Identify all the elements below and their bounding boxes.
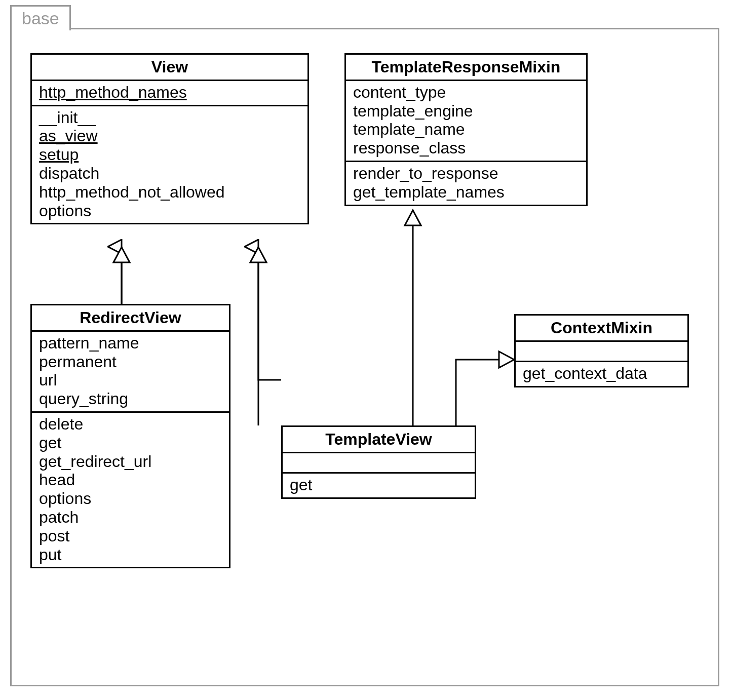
class-member: put [39, 546, 222, 564]
class-member: __init__ [39, 108, 300, 127]
class-member: response_class [353, 139, 579, 158]
class-member: permanent [39, 353, 222, 371]
class-member: get_template_names [353, 183, 579, 202]
class-member: get_context_data [523, 364, 680, 383]
class-member: dispatch [39, 164, 300, 183]
class-redirect-view: RedirectView pattern_namepermanenturlque… [30, 304, 230, 568]
class-member: content_type [353, 83, 579, 102]
class-member: head [39, 471, 222, 489]
class-template-view: TemplateView get [281, 425, 476, 499]
attributes-section [516, 342, 687, 362]
class-member: post [39, 527, 222, 546]
class-member: setup [39, 145, 300, 164]
package-name: base [22, 9, 59, 28]
class-member: delete [39, 415, 222, 434]
attributes-section: content_typetemplate_enginetemplate_name… [346, 81, 586, 162]
class-view: View http_method_names __init__as_viewse… [30, 53, 309, 224]
class-title: RedirectView [32, 305, 229, 332]
methods-section: render_to_responseget_template_names [346, 162, 586, 205]
class-member: get [290, 476, 468, 494]
class-member: http_method_names [39, 83, 300, 102]
class-template-response-mixin: TemplateResponseMixin content_typetempla… [344, 53, 588, 206]
methods-section: get [283, 474, 475, 497]
class-member: options [39, 489, 222, 508]
uml-diagram: base View http_method_names __init__as_v… [0, 0, 732, 700]
class-member: http_method_not_allowed [39, 183, 300, 202]
class-member: template_name [353, 120, 579, 139]
class-title: TemplateResponseMixin [346, 55, 586, 81]
class-context-mixin: ContextMixin get_context_data [514, 314, 689, 387]
class-member: patch [39, 508, 222, 527]
attributes-section [283, 453, 475, 474]
class-member: as_view [39, 127, 300, 145]
class-member: url [39, 371, 222, 390]
class-member: pattern_name [39, 334, 222, 353]
class-member: template_engine [353, 102, 579, 121]
methods-section: get_context_data [516, 362, 687, 386]
attributes-section: pattern_namepermanenturlquery_string [32, 332, 229, 413]
methods-section: __init__as_viewsetupdispatchhttp_method_… [32, 106, 307, 223]
class-member: options [39, 202, 300, 220]
class-member: get_redirect_url [39, 452, 222, 471]
package-tab: base [10, 5, 71, 30]
class-member: render_to_response [353, 164, 579, 183]
class-member: query_string [39, 390, 222, 408]
class-member: get [39, 434, 222, 452]
methods-section: deletegetget_redirect_urlheadoptionspatc… [32, 413, 229, 567]
class-title: ContextMixin [516, 316, 687, 342]
class-title: TemplateView [283, 427, 475, 453]
attributes-section: http_method_names [32, 81, 307, 106]
class-title: View [32, 55, 307, 81]
